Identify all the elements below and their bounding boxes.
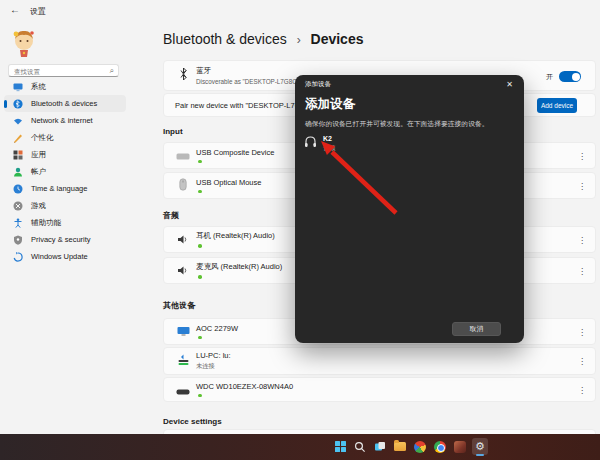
running-indicator	[476, 454, 484, 456]
network-icon	[13, 116, 23, 126]
more-options-icon[interactable]: ⋮	[578, 235, 586, 244]
more-options-icon[interactable]: ⋮	[578, 181, 586, 190]
device-title: WDC WD10EZEX-08WN4A0	[196, 382, 293, 391]
section-header-device-settings: Device settings	[163, 417, 222, 426]
chevron-right-icon: ›	[297, 33, 301, 47]
close-icon[interactable]: ✕	[504, 78, 515, 91]
device-title: AOC 2279W	[196, 324, 238, 333]
sidebar-item-personalization[interactable]: 个性化	[4, 129, 126, 146]
device-title: USB Optical Mouse	[196, 178, 261, 187]
more-options-icon[interactable]: ⋮	[578, 266, 586, 275]
app-button[interactable]	[452, 438, 468, 455]
sidebar-item-accessibility[interactable]: 辅助功能	[4, 214, 126, 231]
status-dot	[198, 336, 202, 340]
pc-device-icon	[175, 352, 191, 370]
add-device-button[interactable]: Add device	[537, 98, 577, 113]
device-name: K2	[323, 135, 336, 142]
task-view-icon	[374, 441, 386, 453]
status-dot	[198, 394, 202, 398]
device-title: 耳机 (Realtek(R) Audio)	[196, 231, 275, 241]
toggle-on-label: 开	[546, 72, 553, 82]
device-row-lu-pc: LU-PC: lu: 未连接 ⋮	[163, 347, 596, 375]
accessibility-icon	[13, 218, 23, 228]
window-title: 设置	[30, 6, 46, 17]
mouse-device-icon	[175, 177, 191, 195]
sidebar-item-label: Time & language	[31, 184, 87, 193]
sidebar-item-label: Privacy & security	[31, 235, 91, 244]
toggle-knob	[572, 73, 580, 81]
sidebar-item-privacy-security[interactable]: Privacy & security	[4, 231, 126, 248]
keyboard-device-icon	[175, 147, 191, 165]
device-type: 音频	[323, 144, 336, 153]
sidebar-item-label: 辅助功能	[31, 218, 61, 228]
discovered-device-k2[interactable]: K2 音频	[302, 133, 422, 155]
dialog-heading: 添加设备	[305, 96, 355, 113]
sidebar-item-accounts[interactable]: 帐户	[4, 163, 126, 180]
personalization-icon	[13, 133, 23, 143]
sidebar-item-label: Bluetooth & devices	[31, 99, 97, 108]
breadcrumb: Bluetooth & devices › Devices	[163, 31, 363, 47]
user-avatar[interactable]	[10, 26, 38, 58]
sidebar-item-gaming[interactable]: 游戏	[4, 197, 126, 214]
status-dot	[198, 190, 202, 194]
task-view-button[interactable]	[372, 438, 388, 455]
windows-logo-icon	[335, 441, 346, 452]
search-icon: ⌕	[110, 66, 114, 76]
device-row-disk: WDC WD10EZEX-08WN4A0 ⋮	[163, 377, 596, 402]
status-dot	[198, 275, 202, 279]
breadcrumb-parent[interactable]: Bluetooth & devices	[163, 31, 287, 47]
sidebar-item-system[interactable]: 系统	[4, 78, 126, 95]
sidebar-item-time-language[interactable]: Time & language	[4, 180, 126, 197]
chrome-button[interactable]	[432, 438, 448, 455]
device-title: USB Composite Device	[196, 148, 274, 157]
search-input[interactable]	[14, 66, 102, 76]
sidebar-item-label: 系统	[31, 82, 46, 92]
selected-indicator	[4, 100, 7, 108]
system-icon	[13, 82, 23, 92]
bluetooth-toggle[interactable]	[559, 71, 581, 82]
sidebar-item-windows-update[interactable]: Windows Update	[4, 248, 126, 265]
start-button[interactable]	[332, 438, 348, 455]
search-box[interactable]: ⌕	[8, 64, 119, 77]
apps-icon	[13, 150, 23, 160]
more-options-icon[interactable]: ⋮	[578, 151, 586, 160]
settings-window: ← 设置 ⌕ 系统	[0, 0, 600, 460]
speaker-icon	[175, 231, 191, 249]
headphones-icon	[304, 135, 317, 153]
privacy-icon	[13, 235, 23, 245]
sidebar-nav: 系统 Bluetooth & devices Network & interne…	[0, 78, 132, 265]
browser-pinwheel-icon	[414, 441, 426, 453]
device-title: LU-PC: lu:	[196, 351, 231, 360]
bluetooth-title: 蓝牙	[196, 66, 309, 76]
gear-icon: ⚙	[475, 441, 485, 452]
windows-update-icon	[13, 252, 23, 262]
bluetooth-glyph-icon	[175, 67, 191, 85]
sidebar-item-apps[interactable]: 应用	[4, 146, 126, 163]
more-options-icon[interactable]: ⋮	[578, 327, 586, 336]
taskbar: ⚙	[0, 434, 600, 460]
search-icon	[354, 441, 366, 453]
browser-button[interactable]	[412, 438, 428, 455]
add-device-dialog: 添加设备 ✕ 添加设备 确保你的设备已打开并可被发现。在下面选择要连接的设备。 …	[295, 75, 524, 343]
sidebar-item-label: 个性化	[31, 133, 54, 143]
sidebar: ⌕ 系统 Bluetooth & devices Network & inter…	[0, 22, 132, 434]
app-icon	[454, 441, 466, 453]
sidebar-item-network[interactable]: Network & internet	[4, 112, 126, 129]
sidebar-item-label: Windows Update	[31, 252, 88, 261]
back-icon[interactable]: ←	[10, 4, 20, 15]
settings-taskbar-button[interactable]: ⚙	[472, 438, 488, 455]
sidebar-item-bluetooth-devices[interactable]: Bluetooth & devices	[4, 95, 126, 112]
dialog-titlebar-title: 添加设备	[305, 80, 331, 89]
time-language-icon	[13, 184, 23, 194]
taskbar-search-button[interactable]	[352, 438, 368, 455]
status-dot	[198, 244, 202, 248]
sidebar-item-label: 游戏	[31, 201, 46, 211]
device-status: 未连接	[196, 362, 231, 371]
breadcrumb-current: Devices	[311, 31, 364, 47]
gaming-icon	[13, 201, 23, 211]
more-options-icon[interactable]: ⋮	[578, 385, 586, 394]
monitor-icon	[175, 323, 191, 341]
cancel-button[interactable]: 取消	[452, 322, 501, 336]
file-explorer-button[interactable]	[392, 438, 408, 455]
more-options-icon[interactable]: ⋮	[578, 357, 586, 366]
